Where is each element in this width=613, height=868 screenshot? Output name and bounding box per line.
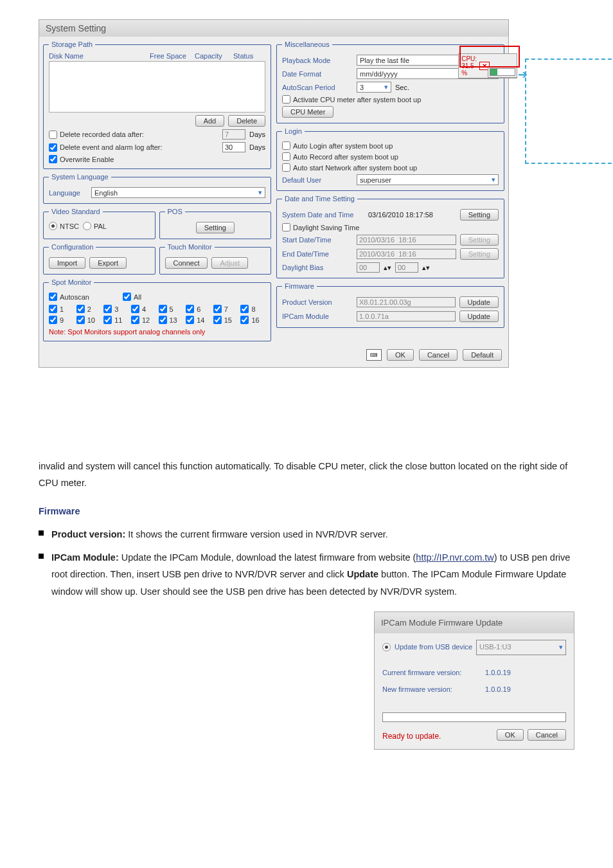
add-button[interactable]: Add (195, 115, 225, 127)
ip-cancel-button[interactable]: Cancel (528, 729, 566, 741)
system-setting-window: System Setting Storage Path Disk Name Fr… (39, 19, 509, 368)
paragraph: invalid and system will cancel this func… (39, 458, 574, 491)
keyboard-icon[interactable]: ⌨ (366, 349, 382, 361)
window-title: System Setting (39, 20, 508, 37)
dst-checkbox[interactable]: Daylight Saving Time (282, 223, 359, 231)
ipcam-version (357, 311, 456, 321)
spot-ch-15[interactable]: 15 (213, 316, 238, 324)
spot-monitor-group: Spot Monitor Autoscan All 12345678910111… (43, 278, 271, 341)
ok-button[interactable]: OK (387, 349, 414, 361)
ipcam-url[interactable]: http://IP.nvr.com.tw (416, 552, 493, 563)
autoscan-select[interactable]: 3▾ (357, 82, 391, 93)
firmware-group: Firmware Product VersionUpdate IPCam Mod… (276, 282, 504, 328)
datetime-group: Date and Time Setting System Date and Ti… (276, 195, 504, 278)
dst-start-setting: Setting (460, 234, 499, 246)
chevron-down-icon: ▾ (559, 641, 563, 654)
delete-recorded-checkbox[interactable]: Delete recorded data after: (49, 131, 144, 139)
touch-group: Touch Monitor ConnectAdjust (159, 243, 272, 275)
spot-ch-12[interactable]: 12 (131, 316, 156, 324)
spot-ch-6[interactable]: 6 (186, 305, 211, 313)
chevron-down-icon: ▾ (492, 176, 495, 184)
bias-h (357, 262, 380, 273)
spot-ch-9[interactable]: 9 (49, 316, 74, 324)
autoscan-checkbox[interactable]: Autoscan (49, 293, 89, 301)
chevron-down-icon: ▾ (258, 188, 262, 197)
bullet-icon (39, 554, 44, 559)
language-select[interactable]: English▾ (91, 187, 265, 198)
bullet-pv: Product version: It shows the current fi… (51, 526, 388, 543)
login-group: Login Auto Login after system boot up Au… (276, 127, 504, 191)
ip-ok-button[interactable]: OK (497, 729, 524, 741)
ntsc-radio[interactable]: NTSC (49, 222, 79, 230)
dt-setting-button[interactable]: Setting (460, 209, 499, 221)
adjust-button: Adjust (211, 257, 248, 269)
status-text: Ready to update. (382, 730, 497, 744)
dst-end-input (357, 249, 456, 259)
spot-ch-5[interactable]: 5 (159, 305, 184, 313)
spot-ch-16[interactable]: 16 (240, 316, 265, 324)
disk-list[interactable] (49, 61, 265, 113)
activate-cpu-checkbox[interactable]: Activate CPU meter after system boot up (282, 95, 421, 104)
spot-ch-10[interactable]: 10 (76, 316, 102, 324)
pos-group: POS Setting (159, 208, 272, 239)
firmware-heading: Firmware (39, 503, 574, 520)
default-button[interactable]: Default (463, 349, 502, 361)
auto-login-checkbox[interactable]: Auto Login after system boot up (282, 141, 393, 150)
spot-ch-8[interactable]: 8 (240, 305, 265, 313)
chevron-down-icon: ▾ (384, 83, 388, 91)
product-update-button[interactable]: Update (459, 296, 499, 308)
spot-ch-1[interactable]: 1 (49, 305, 74, 313)
overwrite-checkbox[interactable]: Overwrite Enable (49, 155, 114, 163)
connect-button[interactable]: Connect (165, 257, 208, 269)
bullet-icon (39, 530, 44, 536)
delete-recorded-days[interactable] (222, 129, 245, 140)
cpu-bar (490, 68, 515, 76)
spot-ch-4[interactable]: 4 (131, 305, 156, 313)
cpu-meter-button[interactable]: CPU Meter (282, 106, 333, 118)
delete-event-days[interactable] (222, 142, 245, 152)
delete-button[interactable]: Delete (228, 115, 265, 127)
spot-ch-11[interactable]: 11 (103, 316, 129, 324)
storage-path-group: Storage Path Disk Name Free Space Capaci… (43, 41, 271, 169)
usb-radio[interactable] (382, 643, 391, 651)
default-user-select[interactable]: superuser▾ (357, 174, 499, 185)
product-version (357, 297, 456, 307)
spot-ch-2[interactable]: 2 (76, 305, 102, 313)
auto-record-checkbox[interactable]: Auto Record after system boot up (282, 152, 398, 161)
callout-target (525, 59, 613, 164)
usb-device-select[interactable]: USB-1:U3▾ (476, 640, 566, 655)
export-button[interactable]: Export (89, 257, 127, 269)
spot-ch-13[interactable]: 13 (159, 316, 184, 324)
cancel-button[interactable]: Cancel (419, 349, 458, 361)
import-button[interactable]: Import (49, 257, 85, 269)
spot-ch-3[interactable]: 3 (103, 305, 129, 313)
ipcam-update-button[interactable]: Update (459, 311, 499, 322)
ipcam-window-title: IPCam Module Firmware Update (375, 612, 574, 633)
bias-m (395, 262, 418, 273)
all-checkbox[interactable]: All (123, 293, 141, 301)
spot-ch-14[interactable]: 14 (186, 316, 211, 324)
spot-ch-7[interactable]: 7 (213, 305, 238, 313)
dst-end-setting: Setting (460, 248, 499, 260)
bullet-ip: IPCam Module: Update the IPCam Module, d… (51, 549, 574, 750)
config-group: Configuration ImportExport (43, 243, 155, 275)
pos-setting-button[interactable]: Setting (196, 222, 235, 233)
auto-network-checkbox[interactable]: Auto start Network after system boot up (282, 163, 417, 172)
delete-event-checkbox[interactable]: Delete event and alarm log after: (49, 143, 163, 152)
spot-note: Note: Spot Monitors support analog chann… (49, 328, 265, 336)
dst-start-input (357, 235, 456, 245)
progress-bar (382, 712, 566, 722)
pal-radio[interactable]: PAL (83, 222, 107, 230)
language-group: System Language Language English▾ (43, 173, 271, 204)
video-standard-group: Video Standard NTSC PAL (43, 208, 155, 239)
ipcam-update-window: IPCam Module Firmware Update Update from… (374, 611, 574, 750)
